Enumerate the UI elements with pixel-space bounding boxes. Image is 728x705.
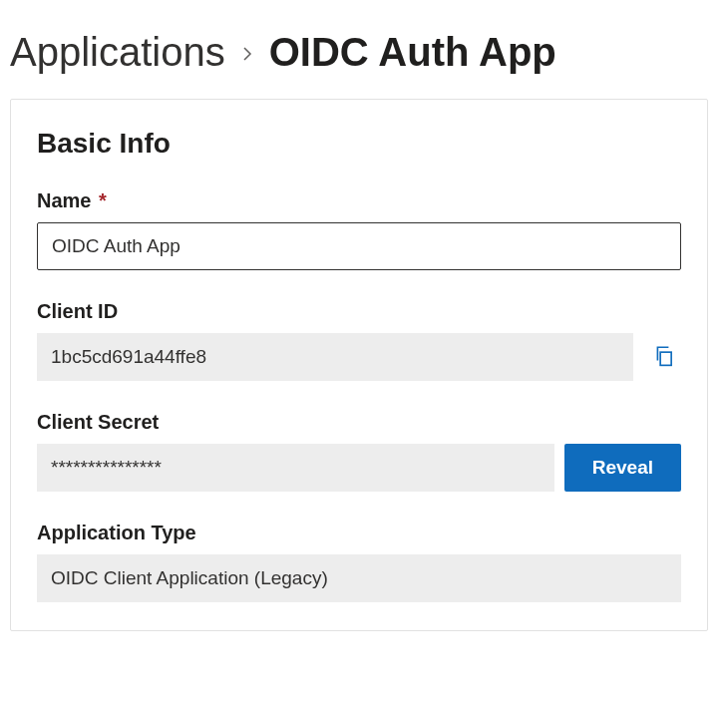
client-secret-value: ***************: [37, 444, 554, 492]
client-secret-field: Client Secret *************** Reveal: [37, 411, 681, 492]
client-id-row: 1bc5cd691a44ffe8: [37, 333, 681, 381]
card-title: Basic Info: [37, 128, 681, 160]
copy-button[interactable]: [647, 339, 681, 376]
svg-rect-0: [660, 352, 671, 365]
client-secret-label: Client Secret: [37, 411, 681, 434]
client-id-field: Client ID 1bc5cd691a44ffe8: [37, 300, 681, 381]
name-label-text: Name: [37, 189, 91, 211]
breadcrumb-current: OIDC Auth App: [269, 30, 556, 75]
name-label: Name *: [37, 189, 681, 212]
reveal-button[interactable]: Reveal: [564, 444, 681, 492]
app-type-field: Application Type OIDC Client Application…: [37, 522, 681, 602]
name-field: Name *: [37, 189, 681, 270]
copy-icon: [653, 345, 675, 370]
required-asterisk: *: [99, 189, 107, 211]
name-input[interactable]: [37, 222, 681, 270]
basic-info-card: Basic Info Name * Client ID 1bc5cd691a44…: [10, 99, 708, 631]
breadcrumb-parent[interactable]: Applications: [10, 30, 225, 75]
client-secret-row: *************** Reveal: [37, 444, 681, 492]
app-type-label: Application Type: [37, 522, 681, 544]
app-type-value: OIDC Client Application (Legacy): [37, 554, 681, 602]
client-id-value: 1bc5cd691a44ffe8: [37, 333, 633, 381]
chevron-right-icon: [239, 37, 255, 69]
breadcrumb: Applications OIDC Auth App: [0, 0, 728, 75]
client-id-label: Client ID: [37, 300, 681, 323]
